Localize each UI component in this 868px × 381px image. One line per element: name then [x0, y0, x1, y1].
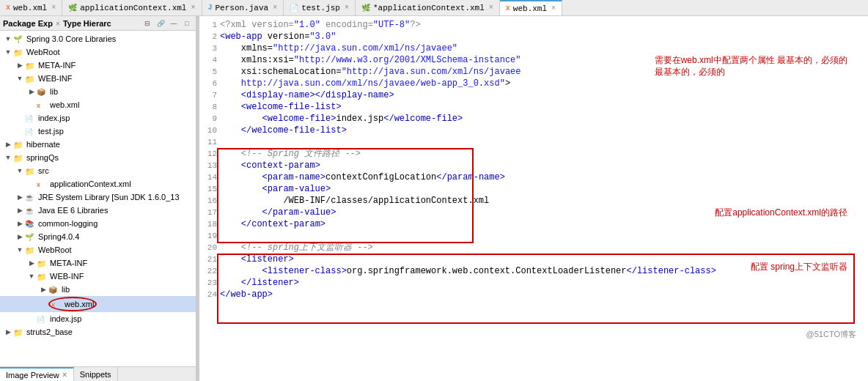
annotation-bottom-text: 配置 spring上下文监听器 [751, 262, 847, 272]
tree-item-spring-core[interactable]: ▼ 🌱 Spring 3.0 Core Libraries [0, 32, 196, 45]
code-line-16: 16 /WEB-INF/classes/applicationContext.x… [205, 195, 862, 207]
jsp-icon-test: 📄 [25, 126, 37, 136]
line-content-12: <!-- Spring 文件路径 --> [220, 148, 862, 160]
tree-item-web-xml1[interactable]: x web.xml [0, 98, 196, 111]
bottom-tab-preview[interactable]: Image Preview ✕ [0, 367, 74, 381]
expand-indexjsp1 [15, 113, 25, 123]
folder-icon-springqs: 📁 [13, 152, 25, 163]
tree-item-appctx[interactable]: x applicationContext.xml [0, 177, 196, 190]
expand-lib2: ▶ [38, 284, 48, 295]
tab-close-2[interactable]: × [191, 4, 195, 12]
tree-item-webxml2[interactable]: x web.xml [0, 296, 196, 312]
line-num-15: 15 [205, 183, 220, 195]
tree-item-spring404[interactable]: ▶ 🌱 Spring4.0.4 [0, 230, 196, 243]
bottom-tab-snippets-label: Snippets [80, 370, 111, 379]
tree-label-clog: common-logging [38, 218, 98, 229]
tree-label-meta1: META-INF [38, 59, 76, 71]
tree-item-indexjsp1[interactable]: 📄 index.jsp [0, 111, 196, 125]
tree-label-struts: struts2_base [26, 326, 73, 338]
jsp-icon-1: 📄 [25, 113, 37, 123]
tree-label-spring404: Spring4.0.4 [38, 231, 79, 243]
tab-web-xml-2[interactable]: x web.xml × [500, 0, 562, 15]
expand-src: ▼ [15, 166, 25, 176]
tree-item-meta2[interactable]: ▶ 📁 META-INF [0, 256, 196, 270]
left-panel: Package Exp ✕ Type Hierarc ⊟ 🔗 — □ ▼ 🌱 S… [0, 16, 196, 381]
bottom-panel-bar: Image Preview ✕ Snippets [0, 366, 196, 381]
xml-icon-1: x [6, 4, 10, 12]
tree-label-meta2: META-INF [50, 257, 87, 269]
tree-item-hibernate[interactable]: ▶ 📁 hibernate [0, 138, 196, 151]
code-line-12: 12 <!-- Spring 文件路径 --> [205, 148, 862, 160]
tab-close-1[interactable]: × [51, 4, 56, 12]
collapse-all-btn[interactable]: ⊟ [141, 18, 153, 29]
tree-item-javaee[interactable]: ▶ ☕ Java EE 6 Libraries [0, 204, 196, 217]
line-num-10: 10 [205, 125, 220, 136]
panel-toolbar: ⊟ 🔗 — □ [141, 18, 193, 29]
tab-close-3[interactable]: × [273, 4, 277, 12]
tree-item-springqs[interactable]: ▼ 📁 springQs [0, 151, 196, 164]
panel-close-icon[interactable]: ✕ [56, 19, 60, 28]
line-num-16: 16 [205, 195, 220, 207]
tab-label-3: Person.java [216, 4, 269, 12]
tree-item-testjsp[interactable]: 📄 test.jsp [0, 125, 196, 138]
tab-appctx-2[interactable]: 🌿 *applicationContext.xml × [356, 0, 500, 15]
line-num-1: 1 [205, 19, 220, 31]
tree-item-struts[interactable]: ▶ 📁 struts2_base [0, 325, 196, 339]
tree-item-jre[interactable]: ▶ ☕ JRE System Library [Sun JDK 1.6.0_13 [0, 190, 196, 204]
line-content-10: </welcome-file-list> [220, 125, 862, 136]
tree-item-lib2[interactable]: ▶ 📦 lib [0, 283, 196, 296]
tab-web-xml-1[interactable]: x web.xml × [0, 0, 62, 15]
line-content-3: xmlns="http://java.sun.com/xml/ns/javaee… [220, 42, 862, 54]
panel-title-hierarchy[interactable]: Type Hierarc [63, 19, 111, 28]
tab-test-jsp[interactable]: 📄 test.jsp × [284, 0, 356, 15]
tree-item-indexjsp2[interactable]: 📄 index.jsp [0, 312, 196, 325]
line-num-4: 4 [205, 54, 220, 66]
tree-item-webinf2[interactable]: ▼ 📁 WEB-INF [0, 270, 196, 283]
maximize-btn[interactable]: □ [181, 18, 193, 29]
folder-icon-webroot1: 📁 [13, 47, 25, 57]
tree-item-webroot1[interactable]: ▼ 📁 WebRoot [0, 45, 196, 59]
line-num-23: 23 [205, 277, 220, 289]
code-editor[interactable]: 1 <?xml version="1.0" encoding="UTF-8"?>… [199, 16, 868, 381]
xml-icon-tree2: x [51, 299, 63, 309]
tab-close-6[interactable]: × [551, 4, 556, 12]
tab-close-4[interactable]: × [345, 4, 349, 12]
xml-icon-tree1: x [37, 100, 48, 110]
tab-appctx-1[interactable]: 🌿 applicationContext.xml × [62, 0, 202, 15]
line-content-7: <display-name></display-name> [220, 89, 862, 101]
tree-item-src[interactable]: ▼ 📁 src [0, 164, 196, 177]
line-num-11: 11 [205, 136, 220, 148]
line-num-2: 2 [205, 31, 220, 42]
expand-springqs: ▼ [3, 152, 13, 163]
bottom-tab-preview-label: Image Preview [6, 371, 59, 380]
folder-icon-meta2: 📁 [37, 258, 48, 268]
link-editor-btn[interactable]: 🔗 [155, 18, 166, 29]
tab-person-java[interactable]: J Person.java × [202, 0, 284, 15]
lib-icon-2: 📦 [48, 284, 60, 295]
folder-icon-struts: 📁 [13, 327, 25, 337]
expand-web-inf1: ▼ [15, 73, 25, 84]
tree-label-webxml1: web.xml [50, 99, 79, 111]
tree-item-meta-inf1[interactable]: ▶ 📁 META-INF [0, 59, 196, 72]
bottom-tab-snippets[interactable]: Snippets [74, 367, 118, 381]
tree-label-indexjsp2: index.jsp [50, 313, 81, 325]
tab-close-5[interactable]: × [489, 4, 493, 12]
tree-item-commonlog[interactable]: ▶ 📚 common-logging [0, 217, 196, 230]
tab-label-4: test.jsp [301, 4, 340, 12]
clog-icon: 📚 [25, 218, 37, 229]
minimize-btn[interactable]: — [168, 18, 180, 29]
tree-item-lib1[interactable]: ▶ 📦 lib [0, 85, 196, 98]
folder-icon-src: 📁 [25, 166, 37, 176]
panel-title-explorer: Package Exp [3, 19, 53, 28]
code-line-8: 8 <welcome-file-list> [205, 101, 862, 113]
expand-jre: ▶ [15, 192, 25, 202]
annotation-top-line2: 最基本的，必须的 [655, 66, 847, 78]
line-content-24: </web-app> [220, 289, 862, 300]
tree-item-webroot2[interactable]: ▼ 📁 WebRoot [0, 243, 196, 256]
tree-item-web-inf1[interactable]: ▼ 📁 WEB-INF [0, 72, 196, 85]
bottom-tab-preview-close[interactable]: ✕ [62, 371, 67, 379]
leaf-icon-2: 🌿 [361, 4, 370, 12]
line-content-19 [220, 230, 862, 242]
line-num-22: 22 [205, 265, 220, 277]
tab-label-2: applicationContext.xml [80, 4, 186, 12]
